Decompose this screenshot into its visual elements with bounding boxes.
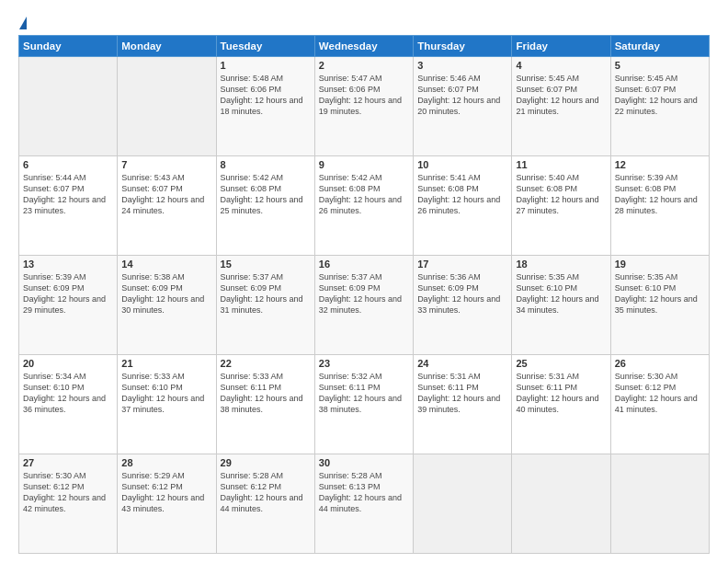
day-info: Sunrise: 5:48 AMSunset: 6:06 PMDaylight:… bbox=[221, 73, 311, 118]
day-number: 17 bbox=[417, 259, 507, 270]
day-info: Sunrise: 5:45 AMSunset: 6:07 PMDaylight:… bbox=[615, 73, 705, 118]
calendar-cell: 12Sunrise: 5:39 AMSunset: 6:08 PMDayligh… bbox=[610, 156, 709, 256]
day-number: 23 bbox=[319, 358, 409, 369]
calendar-cell: 2Sunrise: 5:47 AMSunset: 6:06 PMDaylight… bbox=[314, 57, 413, 156]
day-number: 7 bbox=[121, 159, 211, 170]
day-info: Sunrise: 5:29 AMSunset: 6:12 PMDaylight:… bbox=[121, 470, 211, 515]
day-number: 24 bbox=[417, 358, 507, 369]
day-number: 8 bbox=[221, 159, 311, 170]
day-number: 16 bbox=[319, 259, 409, 270]
day-number: 10 bbox=[417, 159, 507, 170]
day-info: Sunrise: 5:38 AMSunset: 6:09 PMDaylight:… bbox=[121, 271, 211, 316]
calendar-cell: 5Sunrise: 5:45 AMSunset: 6:07 PMDaylight… bbox=[610, 57, 709, 156]
day-number: 28 bbox=[121, 457, 211, 468]
day-header-sunday: Sunday bbox=[19, 36, 118, 57]
calendar-cell: 28Sunrise: 5:29 AMSunset: 6:12 PMDayligh… bbox=[118, 454, 216, 554]
calendar-cell: 24Sunrise: 5:31 AMSunset: 6:11 PMDayligh… bbox=[414, 355, 512, 454]
page: SundayMondayTuesdayWednesdayThursdayFrid… bbox=[0, 0, 728, 563]
day-info: Sunrise: 5:39 AMSunset: 6:09 PMDaylight:… bbox=[23, 271, 113, 316]
day-number: 12 bbox=[615, 159, 705, 170]
day-header-wednesday: Wednesday bbox=[314, 36, 413, 57]
calendar-cell: 21Sunrise: 5:33 AMSunset: 6:10 PMDayligh… bbox=[118, 355, 216, 454]
day-info: Sunrise: 5:35 AMSunset: 6:10 PMDaylight:… bbox=[516, 271, 606, 316]
week-row-2: 6Sunrise: 5:44 AMSunset: 6:07 PMDaylight… bbox=[19, 156, 710, 256]
day-number: 20 bbox=[23, 358, 113, 369]
day-info: Sunrise: 5:41 AMSunset: 6:08 PMDaylight:… bbox=[417, 172, 507, 217]
day-info: Sunrise: 5:33 AMSunset: 6:10 PMDaylight:… bbox=[121, 371, 211, 416]
day-info: Sunrise: 5:36 AMSunset: 6:09 PMDaylight:… bbox=[417, 271, 507, 316]
day-info: Sunrise: 5:37 AMSunset: 6:09 PMDaylight:… bbox=[221, 271, 311, 316]
day-number: 25 bbox=[516, 358, 606, 369]
day-info: Sunrise: 5:28 AMSunset: 6:12 PMDaylight:… bbox=[221, 470, 311, 515]
day-info: Sunrise: 5:39 AMSunset: 6:08 PMDaylight:… bbox=[615, 172, 705, 217]
day-number: 13 bbox=[23, 259, 113, 270]
day-header-tuesday: Tuesday bbox=[216, 36, 314, 57]
calendar-cell: 30Sunrise: 5:28 AMSunset: 6:13 PMDayligh… bbox=[314, 454, 413, 554]
day-number: 29 bbox=[221, 457, 311, 468]
calendar-cell: 18Sunrise: 5:35 AMSunset: 6:10 PMDayligh… bbox=[512, 256, 610, 355]
day-info: Sunrise: 5:31 AMSunset: 6:11 PMDaylight:… bbox=[417, 371, 507, 416]
day-info: Sunrise: 5:33 AMSunset: 6:11 PMDaylight:… bbox=[221, 371, 311, 416]
calendar-cell: 23Sunrise: 5:32 AMSunset: 6:11 PMDayligh… bbox=[314, 355, 413, 454]
calendar-cell: 26Sunrise: 5:30 AMSunset: 6:12 PMDayligh… bbox=[610, 355, 709, 454]
day-number: 27 bbox=[23, 457, 113, 468]
calendar-cell: 11Sunrise: 5:40 AMSunset: 6:08 PMDayligh… bbox=[512, 156, 610, 256]
day-info: Sunrise: 5:40 AMSunset: 6:08 PMDaylight:… bbox=[516, 172, 606, 217]
calendar-cell: 20Sunrise: 5:34 AMSunset: 6:10 PMDayligh… bbox=[19, 355, 118, 454]
day-info: Sunrise: 5:46 AMSunset: 6:07 PMDaylight:… bbox=[417, 73, 507, 118]
calendar-cell bbox=[19, 57, 118, 156]
calendar-cell: 16Sunrise: 5:37 AMSunset: 6:09 PMDayligh… bbox=[314, 256, 413, 355]
day-header-friday: Friday bbox=[512, 36, 610, 57]
day-info: Sunrise: 5:35 AMSunset: 6:10 PMDaylight:… bbox=[615, 271, 705, 316]
day-header-saturday: Saturday bbox=[610, 36, 709, 57]
calendar-cell: 13Sunrise: 5:39 AMSunset: 6:09 PMDayligh… bbox=[19, 256, 118, 355]
calendar-cell: 7Sunrise: 5:43 AMSunset: 6:07 PMDaylight… bbox=[118, 156, 216, 256]
week-row-4: 20Sunrise: 5:34 AMSunset: 6:10 PMDayligh… bbox=[19, 355, 710, 454]
week-row-3: 13Sunrise: 5:39 AMSunset: 6:09 PMDayligh… bbox=[19, 256, 710, 355]
week-row-1: 1Sunrise: 5:48 AMSunset: 6:06 PMDaylight… bbox=[19, 57, 710, 156]
day-number: 21 bbox=[121, 358, 211, 369]
day-info: Sunrise: 5:42 AMSunset: 6:08 PMDaylight:… bbox=[221, 172, 311, 217]
day-info: Sunrise: 5:44 AMSunset: 6:07 PMDaylight:… bbox=[23, 172, 113, 217]
day-info: Sunrise: 5:37 AMSunset: 6:09 PMDaylight:… bbox=[319, 271, 409, 316]
day-number: 30 bbox=[319, 457, 409, 468]
day-info: Sunrise: 5:34 AMSunset: 6:10 PMDaylight:… bbox=[23, 371, 113, 416]
calendar-cell: 27Sunrise: 5:30 AMSunset: 6:12 PMDayligh… bbox=[19, 454, 118, 554]
day-number: 22 bbox=[221, 358, 311, 369]
header-row: SundayMondayTuesdayWednesdayThursdayFrid… bbox=[19, 36, 710, 57]
logo bbox=[18, 17, 27, 29]
day-info: Sunrise: 5:28 AMSunset: 6:13 PMDaylight:… bbox=[319, 470, 409, 515]
day-info: Sunrise: 5:30 AMSunset: 6:12 PMDaylight:… bbox=[615, 371, 705, 416]
calendar-cell: 17Sunrise: 5:36 AMSunset: 6:09 PMDayligh… bbox=[414, 256, 512, 355]
day-info: Sunrise: 5:30 AMSunset: 6:12 PMDaylight:… bbox=[23, 470, 113, 515]
calendar-cell: 10Sunrise: 5:41 AMSunset: 6:08 PMDayligh… bbox=[414, 156, 512, 256]
day-number: 1 bbox=[221, 60, 311, 71]
calendar-cell: 9Sunrise: 5:42 AMSunset: 6:08 PMDaylight… bbox=[314, 156, 413, 256]
day-info: Sunrise: 5:32 AMSunset: 6:11 PMDaylight:… bbox=[319, 371, 409, 416]
calendar-table: SundayMondayTuesdayWednesdayThursdayFrid… bbox=[18, 35, 710, 554]
day-number: 3 bbox=[417, 60, 507, 71]
calendar-cell: 14Sunrise: 5:38 AMSunset: 6:09 PMDayligh… bbox=[118, 256, 216, 355]
calendar-cell bbox=[512, 454, 610, 554]
day-number: 15 bbox=[221, 259, 311, 270]
calendar-cell: 6Sunrise: 5:44 AMSunset: 6:07 PMDaylight… bbox=[19, 156, 118, 256]
day-info: Sunrise: 5:43 AMSunset: 6:07 PMDaylight:… bbox=[121, 172, 211, 217]
calendar-cell: 3Sunrise: 5:46 AMSunset: 6:07 PMDaylight… bbox=[414, 57, 512, 156]
calendar-cell: 4Sunrise: 5:45 AMSunset: 6:07 PMDaylight… bbox=[512, 57, 610, 156]
calendar-cell: 19Sunrise: 5:35 AMSunset: 6:10 PMDayligh… bbox=[610, 256, 709, 355]
day-number: 9 bbox=[319, 159, 409, 170]
week-row-5: 27Sunrise: 5:30 AMSunset: 6:12 PMDayligh… bbox=[19, 454, 710, 554]
day-number: 2 bbox=[319, 60, 409, 71]
calendar-cell: 8Sunrise: 5:42 AMSunset: 6:08 PMDaylight… bbox=[216, 156, 314, 256]
calendar-body: 1Sunrise: 5:48 AMSunset: 6:06 PMDaylight… bbox=[19, 57, 710, 554]
day-info: Sunrise: 5:47 AMSunset: 6:06 PMDaylight:… bbox=[319, 73, 409, 118]
day-info: Sunrise: 5:42 AMSunset: 6:08 PMDaylight:… bbox=[319, 172, 409, 217]
day-number: 11 bbox=[516, 159, 606, 170]
day-header-monday: Monday bbox=[118, 36, 216, 57]
day-number: 26 bbox=[615, 358, 705, 369]
calendar-cell: 1Sunrise: 5:48 AMSunset: 6:06 PMDaylight… bbox=[216, 57, 314, 156]
calendar-cell: 22Sunrise: 5:33 AMSunset: 6:11 PMDayligh… bbox=[216, 355, 314, 454]
day-number: 5 bbox=[615, 60, 705, 71]
day-info: Sunrise: 5:45 AMSunset: 6:07 PMDaylight:… bbox=[516, 73, 606, 118]
day-number: 14 bbox=[121, 259, 211, 270]
